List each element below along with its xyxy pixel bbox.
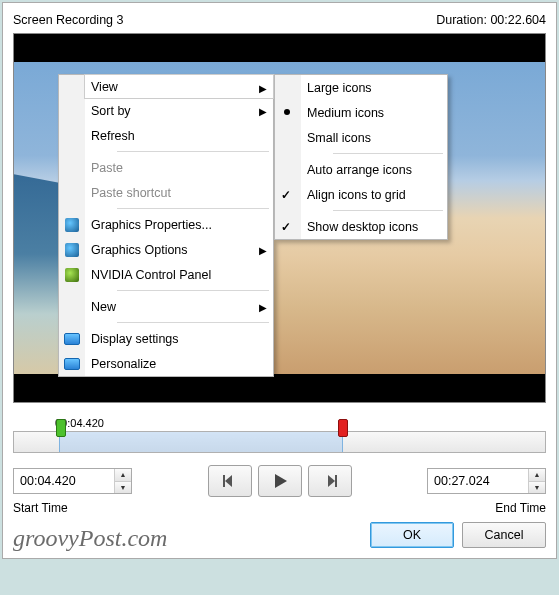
display-icon bbox=[64, 333, 80, 345]
start-handle[interactable] bbox=[56, 421, 68, 455]
menu-item-sort-by[interactable]: Sort by ▶ bbox=[85, 98, 273, 123]
spinner-up-icon[interactable]: ▲ bbox=[115, 469, 131, 482]
recording-title: Screen Recording 3 bbox=[13, 13, 123, 27]
start-time-spinner[interactable]: ▲ ▼ bbox=[13, 468, 132, 494]
submenu-large-icons[interactable]: Large icons bbox=[301, 75, 447, 100]
end-time-spinner[interactable]: ▲ ▼ bbox=[427, 468, 546, 494]
submenu-align-to-grid[interactable]: ✓ Align icons to grid bbox=[301, 182, 447, 207]
view-submenu[interactable]: Large icons Medium icons Small icons Aut… bbox=[274, 74, 448, 240]
spinner-down-icon[interactable]: ▼ bbox=[529, 482, 545, 494]
chevron-right-icon: ▶ bbox=[259, 245, 267, 256]
radio-selected-icon bbox=[284, 109, 290, 115]
desktop-context-menu[interactable]: View ▶ Sort by ▶ Refresh Paste bbox=[58, 74, 274, 377]
end-handle[interactable] bbox=[338, 421, 350, 455]
spinner-up-icon[interactable]: ▲ bbox=[529, 469, 545, 482]
chevron-right-icon: ▶ bbox=[259, 302, 267, 313]
trim-dialog: Screen Recording 3 Duration: 00:22.604 V… bbox=[2, 2, 557, 559]
spinner-down-icon[interactable]: ▼ bbox=[115, 482, 131, 494]
chevron-right-icon: ▶ bbox=[259, 83, 267, 94]
menu-item-personalize[interactable]: Personalize bbox=[85, 351, 273, 376]
end-time-label: End Time bbox=[495, 501, 546, 515]
start-time-label: Start Time bbox=[13, 501, 68, 515]
intel-graphics-icon bbox=[65, 218, 79, 232]
personalize-icon bbox=[64, 358, 80, 370]
menu-item-nvidia[interactable]: NVIDIA Control Panel bbox=[85, 262, 273, 287]
selection-range bbox=[59, 432, 343, 452]
timeline-tick-label: 00:04.420 bbox=[55, 417, 546, 429]
trim-timeline[interactable] bbox=[13, 431, 546, 453]
play-button[interactable] bbox=[258, 465, 302, 497]
svg-rect-0 bbox=[223, 475, 225, 487]
watermark-text: groovyPost.com bbox=[13, 525, 167, 552]
menu-item-new[interactable]: New ▶ bbox=[85, 294, 273, 319]
nvidia-icon bbox=[65, 268, 79, 282]
duration-display: Duration: 00:22.604 bbox=[436, 13, 546, 27]
menu-item-paste-shortcut: Paste shortcut bbox=[85, 180, 273, 205]
start-time-input[interactable] bbox=[14, 469, 114, 493]
end-time-input[interactable] bbox=[428, 469, 528, 493]
intel-graphics-icon bbox=[65, 243, 79, 257]
menu-item-display-settings[interactable]: Display settings bbox=[85, 326, 273, 351]
ok-button[interactable]: OK bbox=[370, 522, 454, 548]
menu-item-paste: Paste bbox=[85, 155, 273, 180]
submenu-auto-arrange[interactable]: Auto arrange icons bbox=[301, 157, 447, 182]
menu-item-graphics-properties[interactable]: Graphics Properties... bbox=[85, 212, 273, 237]
checkmark-icon: ✓ bbox=[281, 188, 291, 202]
checkmark-icon: ✓ bbox=[281, 220, 291, 234]
video-preview: View ▶ Sort by ▶ Refresh Paste bbox=[13, 33, 546, 403]
step-forward-button[interactable] bbox=[308, 465, 352, 497]
menu-item-refresh[interactable]: Refresh bbox=[85, 123, 273, 148]
chevron-right-icon: ▶ bbox=[259, 106, 267, 117]
step-back-button[interactable] bbox=[208, 465, 252, 497]
submenu-medium-icons[interactable]: Medium icons bbox=[301, 100, 447, 125]
submenu-small-icons[interactable]: Small icons bbox=[301, 125, 447, 150]
menu-item-view[interactable]: View ▶ bbox=[84, 74, 274, 99]
submenu-show-desktop-icons[interactable]: ✓ Show desktop icons bbox=[301, 214, 447, 239]
cancel-button[interactable]: Cancel bbox=[462, 522, 546, 548]
menu-item-graphics-options[interactable]: Graphics Options ▶ bbox=[85, 237, 273, 262]
svg-rect-1 bbox=[335, 475, 337, 487]
